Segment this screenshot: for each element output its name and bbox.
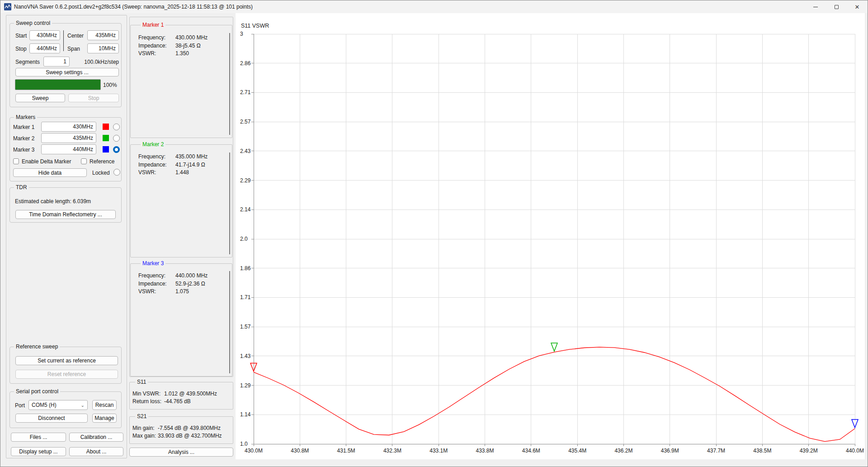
marker1-vswr-label: VSWR: [138,50,156,57]
calibration-button[interactable]: Calibration ... [69,433,123,442]
reset-reference-button[interactable]: Reset reference [15,370,118,379]
marker3-select-radio[interactable] [113,146,120,153]
marker2-scrollbar[interactable] [229,152,230,254]
stop-button[interactable]: Stop [68,94,119,102]
minimize-button[interactable] [805,0,826,13]
marker3-impedance-value: 52.9-j2.36 Ω [175,281,205,287]
port-label: Port [15,402,25,409]
svg-text:2.71: 2.71 [240,89,251,95]
marker2-select-radio[interactable] [113,135,120,142]
svg-text:430.8M: 430.8M [291,448,309,454]
disconnect-button[interactable]: Disconnect [15,414,88,423]
files-button[interactable]: Files ... [11,433,66,442]
reference-checkbox[interactable] [81,158,87,164]
marker3-color-swatch [103,146,109,152]
svg-text:1.86: 1.86 [240,265,251,272]
manage-button[interactable]: Manage [92,414,117,423]
s11-min-vswr-label: Min VSWR: [132,391,160,397]
restore-icon [835,5,839,9]
markers-title: Markers [14,114,37,120]
reference-sweep-title: Reference sweep [14,343,60,350]
center-input[interactable]: 435MHz [87,30,119,40]
sweep-progress-bar [15,79,101,90]
marker2-freq-input[interactable]: 435MHz [41,133,96,143]
marker1-freq-input[interactable]: 430MHz [41,122,96,132]
svg-text:2.0: 2.0 [240,236,248,242]
svg-text:1.29: 1.29 [240,382,251,389]
enable-delta-marker-checkbox[interactable] [13,158,19,164]
marker3-label: Marker 3 [13,147,34,153]
s21-min-gain-value: -7.554 dB @ 439.800MHz [158,425,221,431]
svg-text:1.71: 1.71 [240,294,251,300]
analysis-button[interactable]: Analysis ... [129,448,233,457]
rescan-button[interactable]: Rescan [92,400,117,410]
restore-button[interactable] [826,0,847,13]
marker2-vswr-label: VSWR: [138,169,156,176]
marker1-color-swatch [103,124,109,130]
s21-min-gain-label: Min gain: [132,425,155,431]
marker3-frequency-value: 440.000 MHz [175,272,208,279]
vswr-chart-svg: S11 VSWR32.862.712.572.432.292.142.01.86… [236,13,865,459]
segments-input[interactable]: 1 [43,57,70,67]
marker3-scrollbar[interactable] [229,271,230,373]
marker1-scrollbar[interactable] [229,33,230,135]
svg-text:439.2M: 439.2M [800,448,818,454]
vswr-chart[interactable]: S11 VSWR32.862.712.572.432.292.142.01.86… [236,13,865,459]
s21-max-gain-value: 33.903 dB @ 432.700MHz [158,433,222,439]
s11-return-loss-value: -44.765 dB [164,398,191,405]
marker2-label: Marker 2 [13,135,34,142]
hide-data-button[interactable]: Hide data [13,168,87,177]
svg-text:436.2M: 436.2M [614,448,632,454]
svg-text:433.8M: 433.8M [476,448,494,454]
s21-max-gain-label: Max gain: [132,433,156,439]
marker3-impedance-label: Impedance: [138,281,167,287]
window-title: NanoVNA Saver 0.6.2.post1.dev2+g2f8c534 … [14,4,253,10]
marker2-color-swatch [103,135,109,141]
sweep-settings-button[interactable]: Sweep settings ... [15,68,119,76]
svg-text:433.1M: 433.1M [429,448,448,454]
locked-radio[interactable] [113,169,120,176]
step-size-text: 100.0kHz/step [73,59,119,65]
port-select[interactable]: COM5 (H) ⌄ [28,400,88,410]
marker1-impedance-label: Impedance: [138,43,167,49]
marker2-details-title: Marker 2 [141,141,165,148]
marker3-frequency-label: Frequency: [138,272,165,279]
about-button[interactable]: About ... [69,447,123,456]
svg-text:1.14: 1.14 [240,411,251,418]
svg-text:S11 VSWR: S11 VSWR [241,23,269,29]
stop-input[interactable]: 440MHz [29,43,60,53]
marker2-frequency-label: Frequency: [138,153,165,160]
close-icon: ✕ [855,4,860,10]
marker3-vswr-value: 1.075 [175,288,189,295]
svg-text:2.86: 2.86 [240,60,251,67]
s11-min-vswr-value: 1.012 @ 439.500MHz [164,391,217,397]
sweep-button[interactable]: Sweep [15,94,65,102]
s11-title: S11 [135,379,148,385]
chevron-down-icon: ⌄ [81,403,85,408]
reference-label: Reference [90,158,114,165]
svg-text:431.5M: 431.5M [337,448,355,454]
cable-length-text: Estimated cable length: 6.039m [15,198,91,205]
svg-text:1.57: 1.57 [240,324,251,330]
locked-label: Locked [92,170,110,176]
svg-text:438.5M: 438.5M [753,448,771,454]
marker1-select-radio[interactable] [113,124,120,130]
close-button[interactable]: ✕ [847,0,868,13]
marker3-vswr-label: VSWR: [138,288,156,295]
set-reference-button[interactable]: Set current as reference [15,356,118,365]
s11-return-loss-label: Return loss: [132,398,161,405]
span-input[interactable]: 10MHz [87,43,119,53]
svg-text:2.43: 2.43 [240,148,251,154]
marker3-freq-input[interactable]: 440MHz [41,144,96,154]
enable-delta-marker-label: Enable Delta Marker [22,158,71,165]
svg-text:437.7M: 437.7M [707,448,725,454]
display-setup-button[interactable]: Display setup ... [11,447,66,456]
svg-text:435.4M: 435.4M [568,448,586,454]
marker1-vswr-value: 1.350 [175,50,189,57]
titlebar: NanoVNA Saver 0.6.2.post1.dev2+g2f8c534 … [0,0,868,13]
svg-text:2.57: 2.57 [240,119,251,125]
start-input[interactable]: 430MHz [29,30,60,40]
tdr-button[interactable]: Time Domain Reflectometry ... [15,210,116,219]
span-label: Span [67,46,80,52]
marker1-label: Marker 1 [13,124,34,130]
